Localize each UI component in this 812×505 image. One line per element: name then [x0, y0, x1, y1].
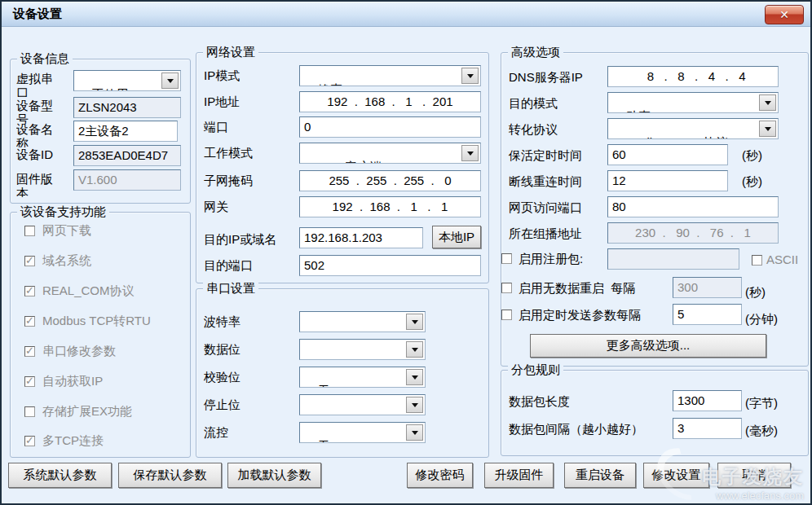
packet-rules-group: 分包规则	[501, 370, 809, 456]
restart-device-button[interactable]: 重启设备	[564, 463, 636, 488]
feature-dns: 域名系统	[24, 253, 91, 269]
virtual-serial-value: 不使用	[92, 87, 129, 91]
firmware-label: 固件版本	[16, 172, 59, 197]
keepalive-label: 保活定时时间	[509, 148, 582, 163]
device-name-label: 设备名称	[16, 122, 59, 147]
packet-length-label: 数据包长度	[509, 394, 570, 409]
gateway-input[interactable]: 192 . 168 . 1 . 1	[299, 196, 481, 217]
subnet-input[interactable]: 255 . 255 . 255 . 0	[299, 170, 481, 191]
stop-bits-select[interactable]: 1	[299, 394, 426, 415]
no-data-restart-checkbox[interactable]	[501, 283, 512, 293]
upgrade-firmware-button[interactable]: 升级固件	[484, 463, 554, 488]
dns-input[interactable]: 8 . 8 . 4 . 4	[607, 66, 779, 87]
ip-mode-value: 静态	[318, 82, 342, 86]
web-port-input[interactable]: 80	[607, 196, 779, 217]
multicast-label: 所在组播地址	[509, 226, 582, 241]
checkbox-checked-icon	[24, 316, 35, 327]
ip-address-label: IP地址	[204, 94, 240, 109]
change-password-button[interactable]: 修改密码	[407, 463, 473, 488]
device-name-input[interactable]: 2主设备2	[73, 121, 178, 142]
virtual-serial-select[interactable]: 不使用	[73, 70, 181, 91]
dialog-title: 设备设置	[13, 7, 62, 22]
no-data-restart-label: 启用无数据重启 每隔	[519, 281, 635, 296]
reg-packet-checkbox[interactable]	[501, 253, 512, 264]
close-icon: ✕	[779, 9, 789, 20]
dest-mode-label: 目的模式	[509, 96, 558, 111]
ascii-checkbox[interactable]	[752, 255, 762, 266]
close-button[interactable]: ✕	[765, 5, 804, 24]
protocol-select[interactable]: Modbus_TCP 协议	[607, 118, 779, 139]
ip-mode-select[interactable]: 静态	[299, 65, 481, 86]
feature-label: 多TCP连接	[42, 433, 104, 449]
timed-send-input[interactable]: 5	[673, 304, 742, 325]
data-bits-label: 数据位	[204, 342, 241, 357]
flow-select[interactable]: 无	[299, 422, 426, 443]
reconnect-input[interactable]: 12	[607, 170, 728, 191]
feature-label: 网页下载	[42, 223, 91, 239]
advanced-title: 高级选项	[508, 45, 563, 60]
port-label: 端口	[204, 120, 228, 134]
feature-label: 存储扩展EX功能	[42, 404, 132, 419]
dest-ip-input[interactable]: 192.168.1.203	[299, 227, 423, 248]
checkbox-checked-icon	[24, 376, 35, 387]
no-data-restart-input: 300	[673, 277, 742, 298]
chevron-down-icon[interactable]	[406, 369, 423, 385]
timed-send-checkbox[interactable]	[501, 310, 512, 320]
dest-mode-select[interactable]: 动态	[607, 92, 779, 113]
work-mode-select[interactable]: TCP 客户端	[299, 143, 481, 164]
packet-gap-label: 数据包间隔（越小越好）	[509, 422, 643, 437]
system-defaults-button[interactable]: 系统默认参数	[8, 463, 112, 488]
feature-label: Modbus TCP转RTU	[42, 314, 151, 329]
data-bits-select[interactable]: 8	[299, 339, 426, 360]
chevron-down-icon[interactable]	[461, 145, 479, 161]
baud-select[interactable]: 9600	[299, 311, 426, 332]
work-mode-label: 工作模式	[204, 146, 253, 160]
serial-title: 串口设置	[203, 281, 258, 296]
checkbox-checked-icon	[24, 346, 35, 357]
chevron-down-icon[interactable]	[406, 424, 423, 441]
chevron-down-icon[interactable]	[759, 94, 776, 111]
stop-bits-value: 1	[318, 411, 324, 415]
chevron-down-icon[interactable]	[161, 72, 179, 89]
packet-gap-input[interactable]: 3	[673, 418, 742, 439]
local-ip-button[interactable]: 本地IP	[432, 226, 481, 248]
chevron-down-icon[interactable]	[461, 68, 479, 84]
packet-length-unit: (字节)	[745, 396, 778, 411]
watermark-url: www.elecfans.com	[702, 490, 804, 502]
load-defaults-button[interactable]: 加载默认参数	[227, 463, 321, 488]
chevron-down-icon[interactable]	[406, 341, 423, 358]
firmware-field: V1.600	[73, 169, 181, 191]
reg-packet-label: 启用注册包:	[519, 252, 583, 266]
reconnect-unit: (秒)	[742, 174, 762, 190]
chevron-down-icon[interactable]	[406, 397, 423, 413]
packet-length-input[interactable]: 1300	[673, 390, 742, 411]
feature-realcom: REAL_COM协议	[24, 283, 135, 299]
dest-port-input[interactable]: 502	[299, 255, 481, 276]
checkbox-icon	[24, 226, 35, 236]
checkbox-checked-icon	[24, 286, 35, 296]
checkbox-checked-icon	[24, 256, 35, 266]
ip-address-input[interactable]: 192 . 168 . 1 . 201	[299, 91, 481, 112]
baud-label: 波特率	[204, 314, 241, 329]
device-id-field: 2853EAD0E4D7	[73, 145, 181, 166]
checkbox-icon	[24, 406, 35, 417]
save-defaults-button[interactable]: 保存默认参数	[118, 463, 222, 488]
dest-mode-value: 动态	[626, 109, 651, 113]
cancel-button[interactable]: 取消	[717, 463, 791, 488]
protocol-value: Modbus_TCP 协议	[626, 135, 729, 139]
parity-value: 无	[318, 384, 330, 388]
web-port-label: 网页访问端口	[509, 200, 582, 215]
parity-select[interactable]: 无	[299, 367, 426, 388]
keepalive-input[interactable]: 60	[607, 144, 728, 165]
chevron-down-icon[interactable]	[759, 121, 776, 137]
port-input[interactable]: 0	[299, 116, 481, 138]
virtual-serial-label: 虚拟串口	[16, 72, 59, 97]
more-advanced-button[interactable]: 更多高级选项...	[530, 334, 766, 358]
flow-label: 流控	[204, 425, 228, 440]
baud-value: 9600	[318, 328, 345, 332]
timed-send-label: 启用定时发送参数每隔	[519, 308, 641, 323]
protocol-label: 转化协议	[509, 122, 558, 137]
features-group: 该设备支持功能	[10, 212, 191, 458]
chevron-down-icon[interactable]	[406, 314, 423, 330]
dest-port-label: 目的端口	[204, 258, 253, 273]
